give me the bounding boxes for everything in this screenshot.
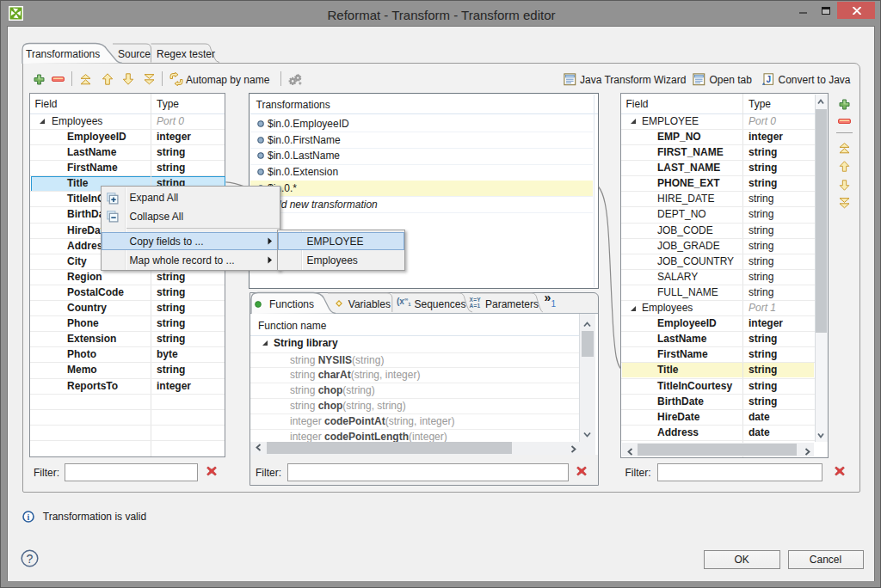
svg-text:i: i	[28, 512, 30, 522]
svg-text:J: J	[767, 74, 772, 83]
svg-text:?: ?	[27, 552, 34, 566]
